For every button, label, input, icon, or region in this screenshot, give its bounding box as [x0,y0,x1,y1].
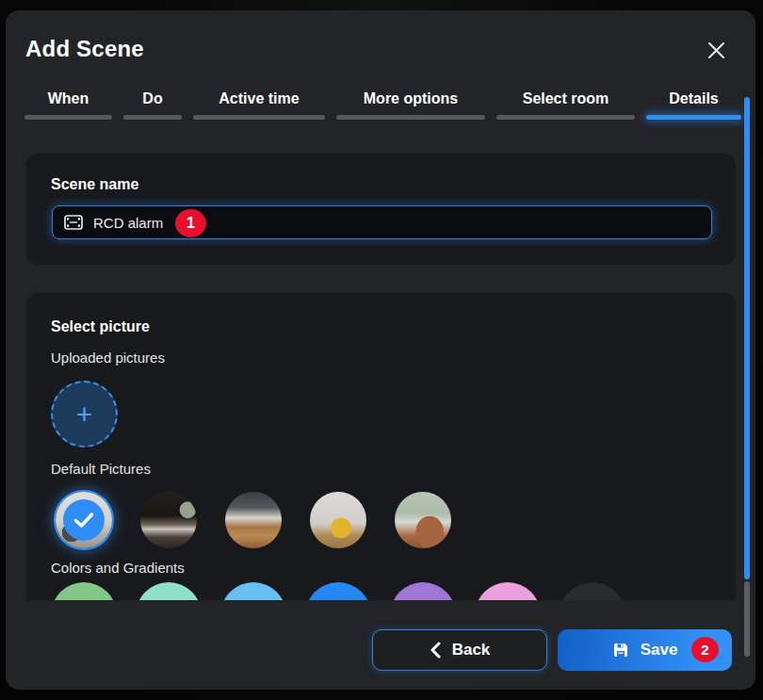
back-button[interactable]: Back [372,629,547,671]
scene-name-card: Scene name RCD alarm 1 [26,154,736,265]
default-picture-kitchen[interactable] [225,492,282,548]
tab-label: Active time [219,90,299,107]
color-swatch-5[interactable] [475,582,541,600]
more-colors-swatch[interactable]: +19 [560,582,625,600]
step-badge-1: 1 [175,209,206,237]
tab-underline [24,115,112,120]
plus-icon: + [76,400,93,429]
tab-do[interactable]: Do [123,90,182,120]
back-label: Back [452,641,491,659]
tab-underline [193,115,325,120]
uploaded-pictures-label: Uploaded pictures [51,350,165,366]
default-picture-dark-bedroom[interactable] [140,492,197,548]
step-badge-2: 2 [691,637,719,662]
save-button[interactable]: Save 2 [558,629,732,671]
tab-details[interactable]: Details [646,90,741,120]
color-swatches-row: +19 [51,582,625,600]
tab-label: Do [142,90,162,107]
page-title: Add Scene [25,36,144,62]
color-swatch-2[interactable] [220,582,286,600]
select-picture-title: Select picture [51,318,150,335]
scene-name-input[interactable]: RCD alarm 1 [52,205,712,239]
tab-underline [646,115,741,120]
color-swatch-3[interactable] [305,582,371,600]
tab-active-time[interactable]: Active time [193,90,325,120]
scroll-area[interactable]: Scene name RCD alarm 1 Select pictu [6,132,742,600]
color-swatch-4[interactable] [390,582,456,600]
chevron-left-icon [430,642,441,659]
floppy-disk-icon [612,642,629,659]
close-icon[interactable] [701,35,731,65]
color-swatch-1[interactable] [136,582,202,600]
default-picture-yellow-armchair[interactable] [310,492,366,548]
scene-name-value: RCD alarm [93,215,163,231]
default-pictures-label: Default Pictures [51,461,151,477]
tab-label: Select room [523,90,609,107]
tab-label: Details [669,90,718,107]
colors-gradients-label: Colors and Gradients [51,560,185,576]
tab-more-options[interactable]: More options [336,90,485,120]
scene-name-label: Scene name [51,176,138,193]
select-picture-card: Select picture Uploaded pictures + Defau… [26,293,736,600]
tab-underline [123,115,182,120]
scrollbar-thumb[interactable] [744,97,750,579]
tab-bar: WhenDoActive timeMore optionsSelect room… [24,90,741,122]
color-swatch-0[interactable] [51,582,117,600]
default-picture-bright-bedroom[interactable] [56,492,112,548]
tab-when[interactable]: When [24,90,112,120]
default-picture-living-room[interactable] [395,492,451,548]
tab-underline [336,115,485,120]
save-label: Save [641,641,678,659]
check-icon [63,499,105,541]
default-pictures-row [56,492,451,548]
film-icon [64,215,83,230]
scrollbar-track[interactable] [744,581,750,657]
tab-label: When [48,90,89,107]
tab-underline [496,115,635,120]
tab-label: More options [364,90,458,107]
tab-select-room[interactable]: Select room [496,90,635,120]
add-scene-dialog: Add Scene WhenDoActive timeMore optionsS… [6,10,755,690]
add-picture-button[interactable]: + [51,381,118,448]
